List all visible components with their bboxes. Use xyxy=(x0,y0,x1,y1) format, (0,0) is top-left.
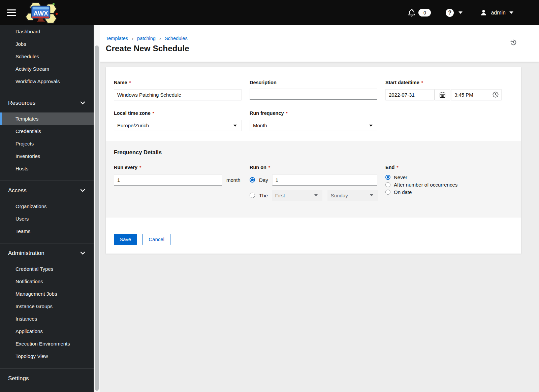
sidebar-item-instance-groups[interactable]: Instance Groups xyxy=(0,300,94,313)
sidebar-group-toggle-access[interactable]: Access xyxy=(0,184,94,197)
breadcrumb-link-templates[interactable]: Templates xyxy=(106,36,128,41)
breadcrumb-separator: › xyxy=(132,35,133,41)
topbar-actions: 0 ? admin xyxy=(408,9,539,17)
sidebar-item-management-jobs[interactable]: Management Jobs xyxy=(0,288,94,300)
main-content: Templates › patching › Schedules Create … xyxy=(100,25,539,392)
top-bar: AWX 0 ? xyxy=(0,0,539,25)
run-frequency-select[interactable]: Month xyxy=(250,120,377,131)
breadcrumb: Templates › patching › Schedules xyxy=(106,35,529,41)
sidebar-group-toggle-resources[interactable]: Resources xyxy=(0,96,94,109)
nav-toggle-icon[interactable] xyxy=(7,9,16,16)
activity-history-icon[interactable] xyxy=(510,39,517,46)
run-on-ordinal-select[interactable]: First xyxy=(272,190,322,201)
breadcrumb-link-schedules[interactable]: Schedules xyxy=(165,36,188,41)
end-field-group: End* Never After number of occurrences O… xyxy=(385,165,502,205)
end-never-radio[interactable] xyxy=(385,175,390,180)
frequency-details-section: Frequency Details Run every* month Run o… xyxy=(106,141,521,217)
frequency-details-title: Frequency Details xyxy=(114,149,502,156)
cancel-button[interactable]: Cancel xyxy=(142,234,170,245)
sidebar-item-instances[interactable]: Instances xyxy=(0,313,94,325)
sidebar-group-toggle-administration[interactable]: Administration xyxy=(0,247,94,260)
timezone-selected-value: Europe/Zurich xyxy=(117,123,149,128)
description-label: Description xyxy=(250,80,277,85)
bell-icon xyxy=(408,9,415,17)
sidebar-item-users[interactable]: Users xyxy=(0,213,94,225)
required-marker: * xyxy=(129,80,131,86)
sidebar-item-applications[interactable]: Applications xyxy=(0,325,94,337)
sidebar-nav: Dashboard Jobs Schedules Activity Stream… xyxy=(0,25,94,392)
sidebar-group-resources: Resources Templates Credentials Projects… xyxy=(0,93,94,181)
breadcrumb-separator: › xyxy=(159,35,161,41)
end-on-date-label: On date xyxy=(394,189,412,195)
sidebar-item-hosts[interactable]: Hosts xyxy=(0,162,94,175)
sidebar-item-jobs[interactable]: Jobs xyxy=(0,38,94,50)
end-occurrences-radio[interactable] xyxy=(385,182,390,187)
chevron-down-icon xyxy=(458,11,463,14)
sidebar-group-label: Access xyxy=(8,187,27,194)
vertical-scrollbar[interactable] xyxy=(94,25,100,392)
sidebar-item-inventories[interactable]: Inventories xyxy=(0,150,94,162)
page-header: Templates › patching › Schedules Create … xyxy=(100,25,539,62)
run-on-day-input[interactable] xyxy=(272,174,377,186)
sidebar-item-settings[interactable]: Settings xyxy=(0,372,94,385)
timezone-field-group: Local time zone* Europe/Zurich xyxy=(114,110,242,131)
description-input[interactable] xyxy=(250,89,377,100)
run-on-the-label: The xyxy=(259,193,268,198)
calendar-toggle-button[interactable] xyxy=(435,89,450,100)
sidebar-item-execution-environments[interactable]: Execution Environments xyxy=(0,337,94,350)
chevron-down-icon xyxy=(370,194,373,196)
start-datetime-field-group: Start date/time* xyxy=(385,80,502,100)
run-on-day-radio[interactable] xyxy=(250,177,255,183)
sidebar-item-credential-types[interactable]: Credential Types xyxy=(0,263,94,275)
run-on-field-group: Run on* Day The First xyxy=(250,165,377,205)
sidebar-group-administration: Administration Credential Types Notifica… xyxy=(0,243,94,368)
required-marker: * xyxy=(397,165,398,171)
sidebar-item-credentials[interactable]: Credentials xyxy=(0,125,94,137)
chevron-down-icon xyxy=(81,189,85,192)
sidebar-group-label: Settings xyxy=(8,375,29,382)
start-datetime-label: Start date/time xyxy=(385,80,419,85)
sidebar-item-activity-stream[interactable]: Activity Stream xyxy=(0,63,94,75)
calendar-icon xyxy=(440,92,445,98)
required-marker: * xyxy=(421,80,423,86)
user-icon xyxy=(480,9,487,16)
chevron-down-icon xyxy=(509,11,513,14)
name-input[interactable] xyxy=(114,89,242,100)
breadcrumb-link-patching[interactable]: patching xyxy=(137,36,156,41)
timezone-select[interactable]: Europe/Zurich xyxy=(114,120,242,131)
sidebar-item-projects[interactable]: Projects xyxy=(0,137,94,150)
sidebar-item-topology-view[interactable]: Topology View xyxy=(0,350,94,362)
username-label: admin xyxy=(491,10,506,16)
notifications-button[interactable]: 0 xyxy=(408,9,431,17)
form-actions: Save Cancel xyxy=(106,218,521,254)
notification-count-badge: 0 xyxy=(418,9,431,17)
save-button[interactable]: Save xyxy=(114,234,137,245)
name-label: Name xyxy=(114,80,127,85)
sidebar-top-section: Dashboard Jobs Schedules Activity Stream… xyxy=(0,25,94,93)
sidebar-item-templates[interactable]: Templates xyxy=(0,112,94,125)
required-marker: * xyxy=(139,165,141,171)
timezone-label: Local time zone xyxy=(114,110,151,116)
chevron-down-icon xyxy=(81,252,85,255)
start-date-input[interactable] xyxy=(385,89,435,100)
chevron-down-icon xyxy=(314,194,318,196)
awx-logo[interactable]: AWX xyxy=(23,2,60,24)
run-on-weekday-select[interactable]: Sunday xyxy=(327,190,378,201)
scrollbar-thumb[interactable] xyxy=(95,45,99,391)
run-frequency-selected-value: Month xyxy=(253,123,267,128)
awx-app: AWX 0 ? xyxy=(0,0,539,392)
end-on-date-radio[interactable] xyxy=(385,190,390,195)
sidebar-item-notifications[interactable]: Notifications xyxy=(0,275,94,288)
sidebar-item-teams[interactable]: Teams xyxy=(0,225,94,237)
help-menu-button[interactable]: ? xyxy=(446,9,463,17)
sidebar-item-workflow-approvals[interactable]: Workflow Approvals xyxy=(0,75,94,88)
sidebar-item-dashboard[interactable]: Dashboard xyxy=(0,25,94,38)
run-every-input[interactable] xyxy=(114,174,222,186)
user-menu-button[interactable]: admin xyxy=(480,9,513,16)
sidebar-item-schedules[interactable]: Schedules xyxy=(0,50,94,63)
help-icon: ? xyxy=(446,9,454,17)
name-field-group: Name* xyxy=(114,80,242,100)
sidebar-item-organizations[interactable]: Organizations xyxy=(0,200,94,213)
run-on-the-radio[interactable] xyxy=(250,193,255,198)
run-every-label: Run every xyxy=(114,165,137,170)
